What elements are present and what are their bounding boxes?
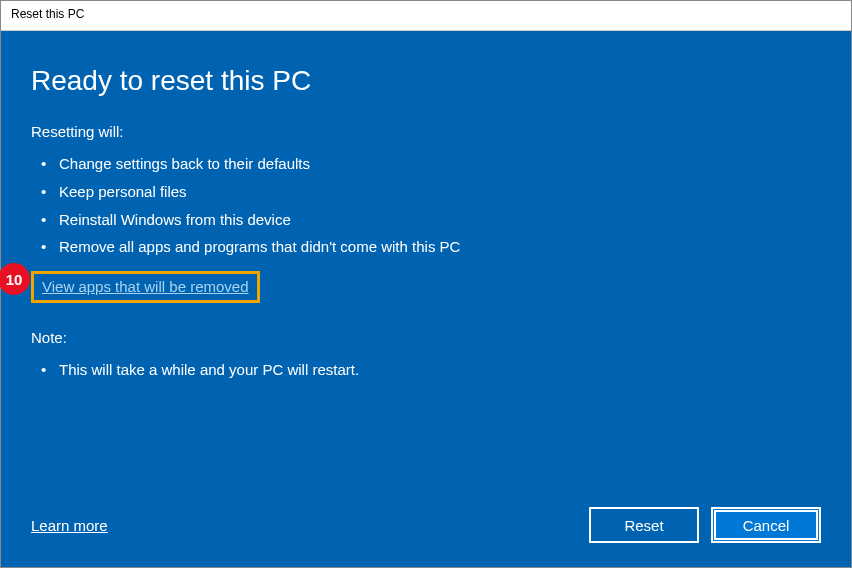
bullet-keep-files: Keep personal files (49, 178, 821, 206)
note-label: Note: (31, 329, 821, 346)
window-titlebar: Reset this PC (1, 1, 851, 31)
window-title: Reset this PC (11, 7, 84, 21)
bullet-reinstall-windows: Reinstall Windows from this device (49, 206, 821, 234)
bullet-change-settings: Change settings back to their defaults (49, 150, 821, 178)
resetting-bullet-list: Change settings back to their defaults K… (31, 150, 821, 261)
dialog-heading: Ready to reset this PC (31, 65, 821, 97)
view-apps-removed-link[interactable]: View apps that will be removed (42, 278, 249, 295)
reset-button[interactable]: Reset (589, 507, 699, 543)
annotation-step-badge: 10 (0, 263, 30, 295)
dialog-footer: Learn more Reset Cancel (31, 507, 821, 543)
dialog-content: 10 Ready to reset this PC Resetting will… (1, 31, 851, 567)
cancel-button[interactable]: Cancel (711, 507, 821, 543)
dialog-button-row: Reset Cancel (589, 507, 821, 543)
bullet-remove-apps: Remove all apps and programs that didn't… (49, 233, 821, 261)
resetting-will-label: Resetting will: (31, 123, 821, 140)
note-restart-warning: This will take a while and your PC will … (49, 356, 821, 384)
view-apps-highlight-box: View apps that will be removed (31, 271, 260, 303)
note-bullet-list: This will take a while and your PC will … (31, 356, 821, 384)
annotation-step-number: 10 (6, 271, 23, 288)
learn-more-link[interactable]: Learn more (31, 517, 108, 534)
reset-pc-dialog: Reset this PC 10 Ready to reset this PC … (0, 0, 852, 568)
note-section: Note: This will take a while and your PC… (31, 329, 821, 384)
